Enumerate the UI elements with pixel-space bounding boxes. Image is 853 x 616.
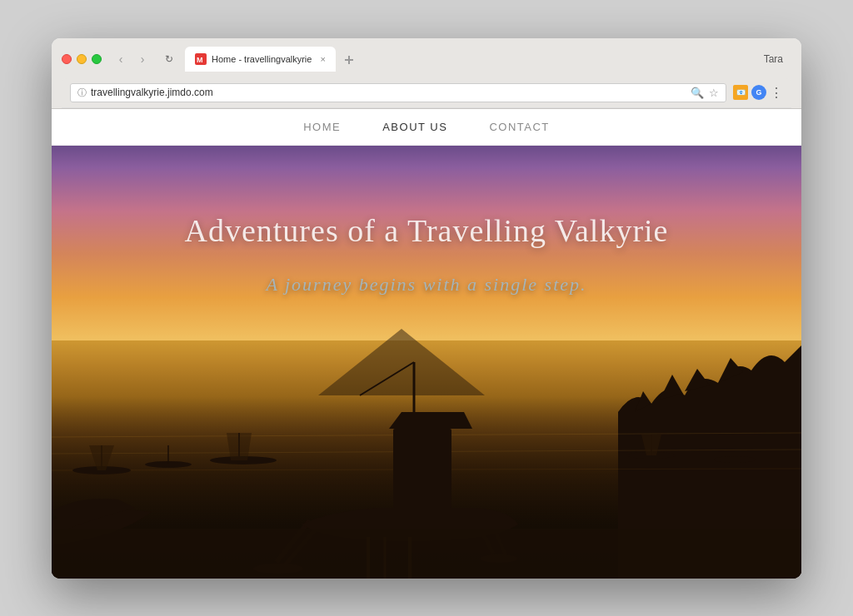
browser-chrome: ‹ › ↻ M Home - travellingvalkyrie ×	[52, 38, 801, 109]
more-options-icon[interactable]: ⋮	[770, 85, 783, 101]
website-content: HOME ABOUT US CONTACT	[52, 109, 801, 579]
reload-button[interactable]: ↻	[160, 50, 178, 68]
tab-favicon: M	[195, 53, 207, 65]
extension-2[interactable]: G	[751, 85, 766, 100]
hero-subtitle: A journey begins with a single step.	[266, 274, 586, 296]
site-nav: HOME ABOUT US CONTACT	[52, 109, 801, 146]
address-bar-row: ⓘ travellingvalkyrie.jimdo.com 🔍 ☆ 📧 G ⋮	[62, 78, 791, 108]
address-bar[interactable]: ⓘ travellingvalkyrie.jimdo.com 🔍 ☆	[70, 83, 726, 102]
browser-window: ‹ › ↻ M Home - travellingvalkyrie ×	[52, 38, 801, 579]
back-button[interactable]: ‹	[112, 50, 130, 68]
hero-title: Adventures of a Travelling Valkyrie	[185, 212, 669, 249]
tab-title: Home - travellingvalkyrie	[212, 54, 312, 64]
new-tab-icon	[344, 55, 354, 65]
new-tab-button[interactable]	[337, 48, 361, 72]
hero-text-container: Adventures of a Travelling Valkyrie A jo…	[52, 146, 801, 579]
extension-icons: 📧 G ⋮	[733, 85, 783, 101]
nav-item-contact[interactable]: CONTACT	[489, 121, 549, 133]
close-traffic-light[interactable]	[62, 54, 72, 64]
address-actions: 🔍 ☆	[691, 87, 719, 99]
extension-1[interactable]: 📧	[733, 85, 748, 100]
url-text: travellingvalkyrie.jimdo.com	[91, 87, 686, 98]
traffic-lights	[62, 54, 102, 64]
maximize-traffic-light[interactable]	[92, 54, 102, 64]
bookmark-icon[interactable]: ☆	[709, 87, 719, 99]
tab-close-button[interactable]: ×	[320, 54, 325, 64]
nav-item-about[interactable]: ABOUT US	[382, 121, 447, 133]
nav-item-home[interactable]: HOME	[303, 121, 341, 133]
browser-top-bar: ‹ › ↻ M Home - travellingvalkyrie ×	[62, 47, 791, 72]
tab-bar: M Home - travellingvalkyrie ×	[185, 47, 756, 72]
hero-section: Adventures of a Travelling Valkyrie A jo…	[52, 146, 801, 579]
lock-icon: ⓘ	[77, 87, 87, 99]
svg-text:M: M	[197, 56, 203, 64]
search-icon[interactable]: 🔍	[691, 87, 704, 99]
active-tab[interactable]: M Home - travellingvalkyrie ×	[185, 47, 336, 72]
forward-button[interactable]: ›	[133, 50, 152, 68]
minimize-traffic-light[interactable]	[77, 54, 87, 64]
browser-nav-buttons: ‹ ›	[112, 50, 152, 68]
user-name: Tara	[756, 53, 791, 65]
